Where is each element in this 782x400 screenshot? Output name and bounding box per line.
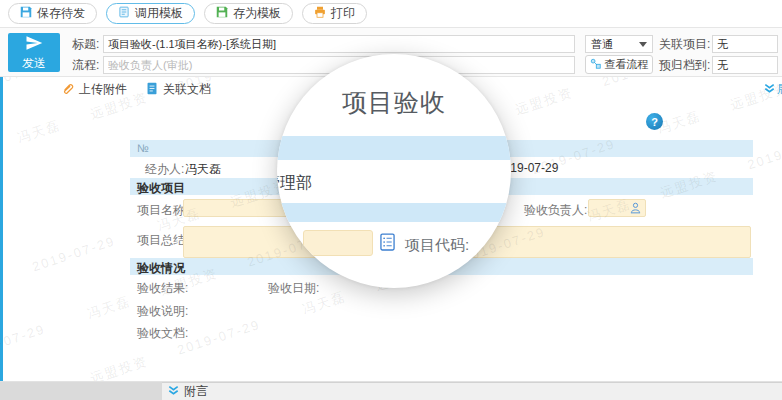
postscript-label: 附言 <box>184 383 208 400</box>
form-number-label: № <box>137 142 149 154</box>
section-project-title: 验收项目 <box>137 180 185 197</box>
send-label: 发送 <box>22 55 46 72</box>
panel-accent-edge <box>0 77 3 382</box>
project-name-label: 项目名称: <box>137 202 188 219</box>
template-doc-icon <box>118 6 130 21</box>
save-template-button[interactable]: 存为模板 <box>204 3 293 24</box>
flow-icon <box>590 58 601 71</box>
print-button[interactable]: 打印 <box>302 3 367 24</box>
magnified-header-bar <box>277 136 511 160</box>
upload-attachment-label: 上传附件 <box>79 81 127 98</box>
note-label: 验收说明: <box>137 303 188 320</box>
doc-label: 验收文档: <box>137 325 188 342</box>
handler-name: 冯天磊 <box>185 161 221 178</box>
chevron-double-down-icon <box>168 385 179 399</box>
save-draft-button[interactable]: 保存待发 <box>8 3 97 24</box>
link-document-link[interactable]: 关联文档 <box>146 81 211 98</box>
expand-label: 展 <box>777 81 782 98</box>
save-icon <box>20 6 32 21</box>
related-project-input[interactable] <box>712 35 778 53</box>
print-label: 打印 <box>331 5 355 22</box>
magnified-form-title: 项目验收 <box>277 86 511 119</box>
postscript-bar[interactable]: 附言 <box>162 382 782 400</box>
save-draft-label: 保存待发 <box>37 5 85 22</box>
magnifier-overlay: 项目验收 管理部 项目代码: <box>277 54 511 288</box>
help-icon[interactable]: ? <box>646 113 663 130</box>
footer-left-panel <box>0 382 162 400</box>
title-label: 标题: <box>72 35 99 53</box>
owner-label: 验收负责人: <box>524 202 587 219</box>
magnified-input-field <box>303 230 373 256</box>
result-label: 验收结果: <box>137 280 188 297</box>
use-template-button[interactable]: 调用模板 <box>106 3 195 24</box>
priority-value: 普通 <box>591 37 613 52</box>
owner-input[interactable] <box>588 199 646 217</box>
document-icon <box>146 82 158 98</box>
view-flow-label: 查看流程 <box>605 57 649 72</box>
related-project-label: 关联项目: <box>659 35 710 53</box>
project-code-icon <box>380 233 395 254</box>
chevron-down-icon <box>639 42 647 47</box>
view-flow-button[interactable]: 查看流程 <box>585 55 653 74</box>
magnified-department-text: 管理部 <box>277 173 312 194</box>
toolbar: 保存待发 调用模板 存为模板 打印 <box>0 0 782 28</box>
paper-plane-icon <box>24 34 44 55</box>
person-picker-icon[interactable] <box>630 202 641 217</box>
footer-bar: 附言 <box>0 382 782 400</box>
app-window: 保存待发 调用模板 存为模板 打印 发送 标题: 普通 关联项目: 流程: <box>0 0 782 400</box>
paperclip-icon <box>62 82 74 98</box>
upload-attachment-link[interactable]: 上传附件 <box>62 81 127 98</box>
project-name-input[interactable] <box>183 199 295 217</box>
handler-label: 经办人: <box>145 161 184 178</box>
expand-button[interactable]: 展 <box>764 81 782 98</box>
prearchive-input[interactable] <box>712 56 778 74</box>
summary-label: 项目总结: <box>137 232 188 249</box>
accept-date-label: 验收日期: <box>268 280 319 297</box>
flow-label: 流程: <box>72 56 99 74</box>
magnified-project-code-label: 项目代码: <box>405 236 469 255</box>
magnified-section-bar <box>277 203 511 222</box>
send-button[interactable]: 发送 <box>8 33 60 72</box>
link-document-label: 关联文档 <box>163 81 211 98</box>
save-template-label: 存为模板 <box>233 5 281 22</box>
title-input[interactable] <box>103 35 575 53</box>
chevron-double-down-icon <box>764 83 775 97</box>
section-status-title: 验收情况 <box>137 260 185 277</box>
prearchive-label: 预归档到: <box>659 56 710 74</box>
save-green-icon <box>216 6 228 21</box>
use-template-label: 调用模板 <box>135 5 183 22</box>
priority-select[interactable]: 普通 <box>585 35 653 53</box>
printer-icon <box>314 6 326 21</box>
